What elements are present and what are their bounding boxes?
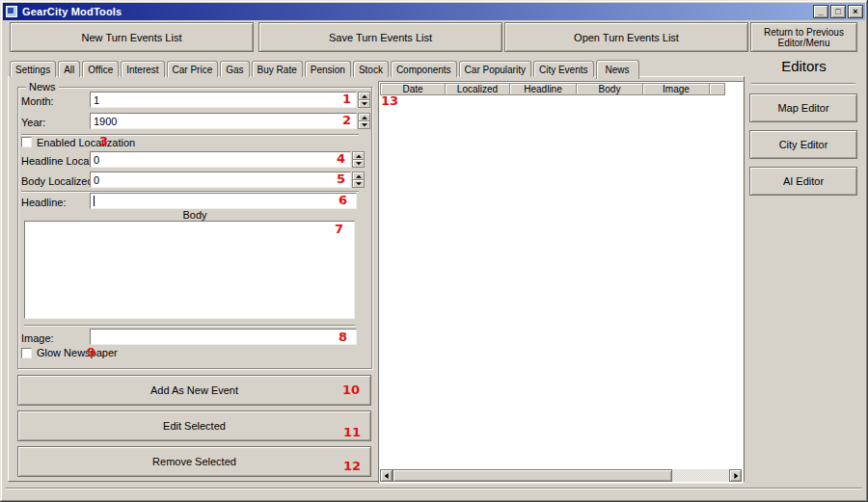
month-spin-up-button[interactable] [358,92,370,100]
headline-localized-spinner [352,151,365,168]
tab-gas[interactable]: Gas [220,61,249,77]
year-input[interactable] [90,113,357,129]
city-editor-button[interactable]: City Editor [749,130,857,159]
text-caret [94,196,95,206]
ai-editor-button[interactable]: AI Editor [749,167,857,196]
annotation-10: 10 [342,383,360,396]
minimize-button[interactable]: _ [813,5,828,18]
spin-down-icon [362,102,367,105]
map-editor-button[interactable]: Map Editor [749,93,857,122]
tab-car-price[interactable]: Car Price [167,61,219,77]
annotation-1: 1 [342,92,351,105]
spin-up-button[interactable] [352,172,365,180]
spin-down-button[interactable] [352,160,365,168]
annotation-12: 12 [343,460,361,472]
events-table-header: Date Localized Headline Body Image [380,83,725,95]
news-groupbox-label: News [26,81,59,92]
year-spin-up-button[interactable] [358,113,370,121]
scroll-right-button[interactable] [729,469,742,482]
annotation-8: 8 [339,330,347,343]
tab-settings[interactable]: Settings [10,61,56,77]
column-header-image[interactable]: Image [642,83,710,95]
maximize-button[interactable]: □ [830,5,846,18]
tab-buy-rate[interactable]: Buy Rate [252,61,303,77]
window-controls: _ □ × [813,5,863,18]
spin-down-icon [356,182,362,185]
separator [24,325,355,327]
headline-localized-input[interactable] [90,151,351,168]
scroll-right-icon [734,473,738,479]
body-localized-label: Body Localized: [21,175,96,187]
month-spin-down-button[interactable] [358,100,370,108]
events-table: Date Localized Headline Body Image [378,81,744,484]
spin-down-icon [356,162,362,165]
editors-title: Editors [747,58,860,74]
remove-selected-button[interactable]: Remove Selected [17,446,371,477]
column-header-filler [709,83,725,95]
tab-car-popularity[interactable]: Car Popularity [459,61,531,77]
annotation-9: 9 [87,346,95,358]
tab-components[interactable]: Components [391,61,457,77]
year-spin-down-button[interactable] [358,121,370,129]
annotation-6: 6 [339,194,347,206]
tab-news[interactable]: News [596,60,639,79]
body-localized-input[interactable] [90,172,351,188]
spin-up-icon [362,116,367,119]
annotation-7: 7 [335,223,343,235]
annotation-11: 11 [343,426,361,438]
scrollbar-thumb[interactable] [393,469,672,482]
new-turn-events-button[interactable]: New Turn Events List [10,22,254,52]
app-window: GearCity ModTools _ □ × New Turn Events … [0,0,868,502]
horizontal-scrollbar[interactable] [380,469,742,482]
annotation-3: 3 [99,135,108,147]
tab-pension[interactable]: Pension [305,61,351,77]
glow-newspaper-label: Glow Newspaper [37,347,118,358]
image-input[interactable] [90,329,357,345]
events-list-body[interactable] [380,95,742,468]
year-spinner [358,113,370,129]
tab-stock[interactable]: Stock [353,61,389,77]
spin-down-button[interactable] [352,180,365,188]
glow-newspaper-checkbox[interactable] [21,348,32,358]
annotation-13: 13 [381,94,398,107]
tab-all[interactable]: All [58,61,80,77]
annotation-5: 5 [337,172,345,185]
separator [21,134,359,136]
image-label: Image: [21,332,54,344]
tab-interest[interactable]: Interest [121,61,164,77]
column-header-body[interactable]: Body [576,83,643,95]
headline-label: Headline: [21,197,66,208]
column-header-headline[interactable]: Headline [509,83,577,95]
month-spinner [358,92,370,108]
return-previous-editor-button[interactable]: Return to Previous Editor/Menu [750,22,857,52]
headline-input[interactable] [90,193,357,209]
maximize-icon: □ [835,7,840,16]
tab-city-events[interactable]: City Events [533,61,594,77]
bottom-groove [6,488,862,489]
scroll-left-button[interactable] [380,469,393,482]
window-title: GearCity ModTools [22,6,122,17]
spin-up-icon [362,94,367,97]
minimize-icon: _ [818,7,823,16]
annotation-4: 4 [337,152,345,165]
month-input[interactable] [90,92,357,108]
close-button[interactable]: × [848,5,863,18]
close-icon: × [853,7,857,16]
body-textarea[interactable] [24,221,355,319]
year-label: Year: [21,117,45,128]
spin-up-button[interactable] [352,151,365,160]
separator [751,83,855,85]
titlebar[interactable]: GearCity ModTools _ □ × [3,3,865,20]
body-label: Body [17,209,372,221]
add-as-new-event-button[interactable]: Add As New Event [17,375,371,406]
column-header-localized[interactable]: Localized [445,83,510,95]
spin-up-icon [356,174,362,177]
tab-office[interactable]: Office [82,61,119,77]
save-turn-events-button[interactable]: Save Turn Events List [258,22,502,52]
body-localized-spinner [352,172,365,188]
enabled-localization-label: Enabled Locatization [37,137,135,148]
edit-selected-button[interactable]: Edit Selected [17,410,371,441]
open-turn-events-button[interactable]: Open Turn Events List [504,22,748,52]
enabled-localization-checkbox[interactable] [21,137,32,147]
tab-strip: Settings All Office Interest Car Price G… [10,60,639,77]
